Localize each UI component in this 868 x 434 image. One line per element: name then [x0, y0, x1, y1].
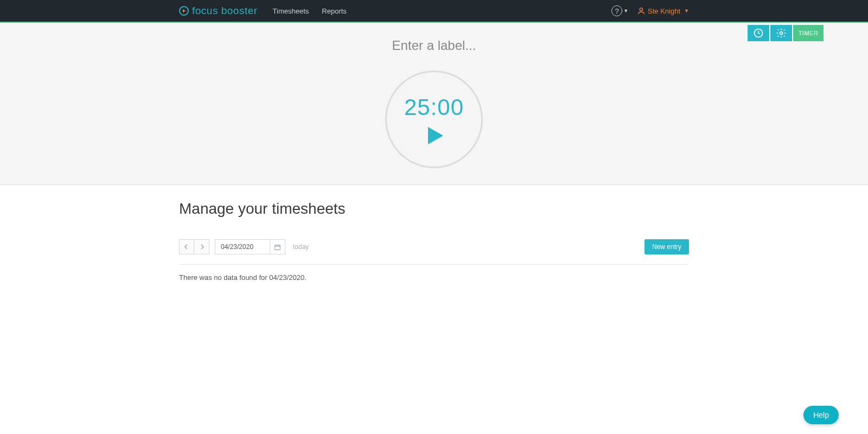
timer-time: 25:00 — [404, 94, 464, 120]
chevron-right-icon — [199, 244, 205, 250]
section-title: Manage your timesheets — [179, 200, 689, 218]
clock-icon — [753, 28, 764, 39]
user-dropdown-caret: ▼ — [684, 8, 689, 14]
main-content: Manage your timesheets today New entry T… — [179, 185, 689, 282]
user-icon — [637, 7, 646, 15]
timer-panel: TIMER 25:00 — [0, 23, 868, 185]
gear-icon — [776, 28, 787, 39]
nav-timesheets[interactable]: Timesheets — [273, 7, 309, 15]
user-name: Ste Knight — [648, 7, 680, 15]
chevron-left-icon — [184, 244, 189, 250]
logo[interactable]: focus booster — [179, 5, 258, 17]
label-input[interactable] — [326, 23, 542, 53]
timer-control-bar: TIMER — [748, 25, 824, 41]
help-icon[interactable]: ? — [611, 5, 622, 16]
calendar-icon — [274, 244, 281, 251]
user-menu[interactable]: Ste Knight ▼ — [637, 7, 689, 15]
play-button[interactable] — [428, 127, 443, 144]
prev-day-button[interactable] — [179, 239, 194, 254]
timer-circle: 25:00 — [385, 71, 483, 168]
logo-icon — [179, 6, 189, 16]
settings-button[interactable] — [770, 25, 792, 41]
date-input[interactable] — [215, 240, 270, 254]
svg-point-0 — [640, 8, 642, 11]
calendar-button[interactable] — [270, 240, 285, 254]
history-button[interactable] — [748, 25, 769, 41]
timer-button[interactable]: TIMER — [793, 25, 824, 41]
next-day-button[interactable] — [194, 239, 209, 254]
today-link[interactable]: today — [293, 243, 309, 251]
svg-rect-3 — [275, 245, 280, 250]
help-dropdown-caret[interactable]: ▼ — [623, 8, 628, 14]
nav-reports[interactable]: Reports — [322, 7, 347, 15]
no-data-message: There was no data found for 04/23/2020. — [179, 273, 689, 282]
svg-point-2 — [780, 32, 783, 35]
logo-text: focus booster — [192, 5, 258, 17]
date-toolbar: today New entry — [179, 236, 689, 265]
top-header: focus booster Timesheets Reports ? ▼ Ste… — [0, 0, 868, 23]
new-entry-button[interactable]: New entry — [644, 239, 689, 254]
